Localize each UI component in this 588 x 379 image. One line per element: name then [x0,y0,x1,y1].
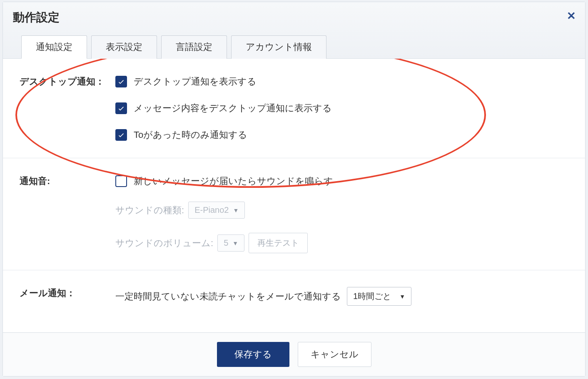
sound-volume-select[interactable]: 5 ▼ [217,234,244,252]
check-icon [117,131,125,139]
email-content: 一定時間見ていない未読チャットをメールで通知する 1時間ごと ▼ [115,287,568,306]
settings-dialog: 動作設定 ✕ 通知設定 表示設定 言語設定 アカウント情報 デスクトップ通知： … [2,2,586,377]
chevron-down-icon: ▼ [399,293,405,300]
sound-content: 新しいメッセージが届いたらサウンドを鳴らす サウンドの種類: E-Piano2 … [115,175,568,253]
checkbox-enable-sound[interactable]: 新しいメッセージが届いたらサウンドを鳴らす [115,175,568,187]
dialog-title: 動作設定 [13,10,575,25]
tab-notification[interactable]: 通知設定 [21,35,87,59]
checkbox-label: メッセージ内容をデスクトップ通知に表示する [134,102,332,115]
checkbox-label: Toがあった時のみ通知する [134,129,247,141]
chevron-down-icon: ▼ [233,207,239,214]
checkbox-icon [115,76,127,87]
dialog-footer: 保存する キャンセル [3,332,585,376]
tab-account[interactable]: アカウント情報 [231,35,326,59]
close-button[interactable]: ✕ [567,10,576,22]
sound-type-select[interactable]: E-Piano2 ▼ [188,202,245,219]
email-text: 一定時間見ていない未読チャットをメールで通知する [115,290,341,303]
cancel-button[interactable]: キャンセル [298,342,371,367]
save-button[interactable]: 保存する [217,342,289,367]
chevron-down-icon: ▼ [232,240,238,247]
checkbox-icon [115,102,127,114]
checkbox-label: 新しいメッセージが届いたらサウンドを鳴らす [134,175,333,187]
check-icon [117,78,125,85]
checkbox-label: デスクトップ通知を表示する [134,75,257,88]
checkbox-icon [115,175,127,187]
sound-volume-label: サウンドのボリューム: [115,237,213,249]
checkbox-show-desktop-notify[interactable]: デスクトップ通知を表示する [115,75,568,88]
select-value: 1時間ごと [353,291,391,302]
checkbox-show-message-content[interactable]: メッセージ内容をデスクトップ通知に表示する [115,102,568,115]
check-icon [117,105,125,112]
tabs: 通知設定 表示設定 言語設定 アカウント情報 [13,35,575,59]
dialog-body: デスクトップ通知： デスクトップ通知を表示する メッセージ内容をデスクトップ通知… [3,59,585,332]
sound-volume-row: サウンドのボリューム: 5 ▼ 再生テスト [115,233,568,253]
section-sound: 通知音: 新しいメッセージが届いたらサウンドを鳴らす サウンドの種類: E-Pi… [3,158,585,270]
section-desktop-notify: デスクトップ通知： デスクトップ通知を表示する メッセージ内容をデスクトップ通知… [3,59,585,158]
checkbox-only-to[interactable]: Toがあった時のみ通知する [115,129,568,141]
sound-type-label: サウンドの種類: [115,204,184,217]
sound-label: 通知音: [20,175,115,187]
select-value: 5 [224,238,228,248]
checkbox-icon [115,129,127,141]
email-label: メール通知： [20,287,115,299]
sound-test-button[interactable]: 再生テスト [249,233,308,253]
section-email: メール通知： 一定時間見ていない未読チャットをメールで通知する 1時間ごと ▼ [3,270,585,322]
dialog-header: 動作設定 ✕ 通知設定 表示設定 言語設定 アカウント情報 [3,2,585,59]
close-icon: ✕ [567,10,576,22]
select-value: E-Piano2 [194,205,229,215]
desktop-notify-content: デスクトップ通知を表示する メッセージ内容をデスクトップ通知に表示する Toがあ… [115,75,568,141]
email-row: 一定時間見ていない未読チャットをメールで通知する 1時間ごと ▼ [115,287,568,306]
tab-display[interactable]: 表示設定 [91,35,157,59]
email-interval-select[interactable]: 1時間ごと ▼ [347,287,411,306]
desktop-notify-label: デスクトップ通知： [20,75,115,88]
sound-type-row: サウンドの種類: E-Piano2 ▼ [115,202,568,219]
tab-language[interactable]: 言語設定 [161,35,227,59]
